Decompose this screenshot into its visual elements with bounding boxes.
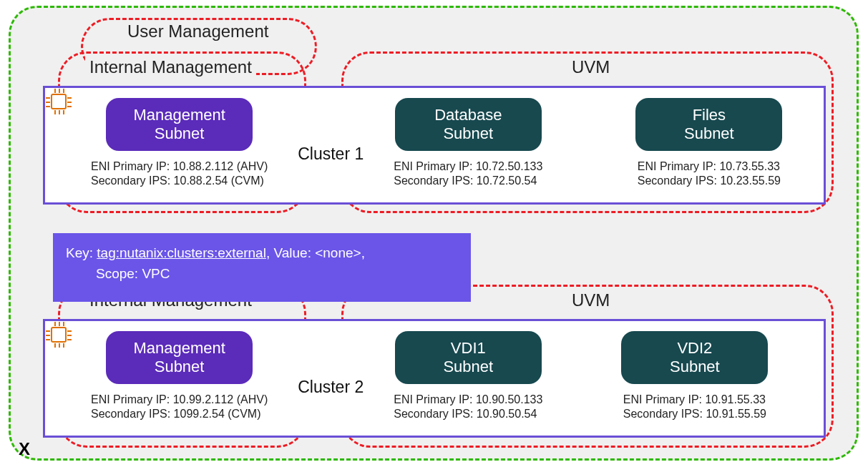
cluster-2-vdi1-col: VDI1 Subnet ENI Primary IP: 10.90.50.133…: [394, 331, 542, 421]
cluster-1-files-col: Files Subnet ENI Primary IP: 10.73.55.33…: [635, 98, 782, 188]
eni-secondary: Secondary IPS: 10.88.2.54 (CVM): [91, 174, 268, 188]
files-ip-text: ENI Primary IP: 10.73.55.33 Secondary IP…: [638, 159, 781, 188]
management-subnet-pill: Management Subnet: [106, 331, 253, 384]
tag-value-label: , Value:: [266, 245, 315, 260]
tag-value: <none>: [315, 245, 361, 260]
eni-secondary: Secondary IPS: 10.91.55.59: [623, 407, 766, 421]
eni-primary: ENI Primary IP: 10.90.50.133: [394, 393, 542, 407]
tag-key: tag:nutanix:clusters:external: [97, 245, 266, 260]
cluster-1-title: Cluster 1: [298, 144, 364, 164]
cluster-2-title: Cluster 2: [298, 378, 364, 397]
eni-secondary: Secondary IPS: 10.72.50.54: [394, 174, 542, 188]
eni-primary: ENI Primary IP: 10.99.2.112 (AHV): [91, 393, 268, 407]
files-subnet-pill: Files Subnet: [635, 98, 782, 151]
eni-primary: ENI Primary IP: 10.72.50.133: [394, 159, 542, 174]
database-ip-text: ENI Primary IP: 10.72.50.133 Secondary I…: [394, 159, 542, 188]
eni-secondary: Secondary IPS: 10.23.55.59: [638, 174, 781, 188]
eni-secondary: Secondary IPS: 1099.2.54 (CVM): [91, 407, 268, 421]
vdi1-ip-text: ENI Primary IP: 10.90.50.133 Secondary I…: [394, 393, 542, 421]
vdi2-ip-text: ENI Primary IP: 10.91.55.33 Secondary IP…: [623, 393, 766, 421]
eni-primary: ENI Primary IP: 10.91.55.33: [623, 393, 766, 407]
eni-primary: ENI Primary IP: 10.88.2.112 (AHV): [91, 159, 268, 174]
tag-scope: VPC: [142, 266, 170, 281]
label-internal-management-1: Internal Management: [85, 57, 256, 77]
cluster-2-management-col: Management Subnet ENI Primary IP: 10.99.…: [91, 331, 268, 421]
management-ip-text: ENI Primary IP: 10.88.2.112 (AHV) Second…: [91, 159, 268, 188]
tag-callout: Key: tag:nutanix:clusters:external, Valu…: [53, 233, 471, 302]
cluster-2-vdi2-col: VDI2 Subnet ENI Primary IP: 10.91.55.33 …: [621, 331, 768, 421]
x-mark: X: [19, 439, 30, 459]
tag-line-2: Scope: VPC: [66, 264, 449, 285]
vdi1-subnet-pill: VDI1 Subnet: [395, 331, 542, 384]
cluster-2-box: Management Subnet ENI Primary IP: 10.99.…: [43, 319, 826, 438]
cluster-1-box: Management Subnet ENI Primary IP: 10.88.…: [43, 86, 826, 205]
management-subnet-pill: Management Subnet: [106, 98, 253, 151]
cluster-1-database-col: Database Subnet ENI Primary IP: 10.72.50…: [394, 98, 542, 188]
management-ip-text: ENI Primary IP: 10.99.2.112 (AHV) Second…: [91, 393, 268, 421]
tag-scope-label: Scope:: [96, 266, 142, 281]
label-user-management: User Management: [123, 21, 273, 41]
tag-line-1: Key: tag:nutanix:clusters:external, Valu…: [66, 243, 449, 264]
eni-primary: ENI Primary IP: 10.73.55.33: [638, 159, 781, 174]
label-uvm-2: UVM: [567, 290, 614, 310]
vdi2-subnet-pill: VDI2 Subnet: [621, 331, 768, 384]
label-uvm-1: UVM: [567, 57, 614, 77]
chip-icon: [44, 87, 73, 116]
chip-icon: [44, 320, 73, 349]
cluster-1-management-col: Management Subnet ENI Primary IP: 10.88.…: [91, 98, 268, 188]
eni-secondary: Secondary IPS: 10.90.50.54: [394, 407, 542, 421]
tag-key-label: Key:: [66, 245, 97, 260]
database-subnet-pill: Database Subnet: [395, 98, 542, 151]
tag-line1-post: ,: [361, 245, 365, 260]
